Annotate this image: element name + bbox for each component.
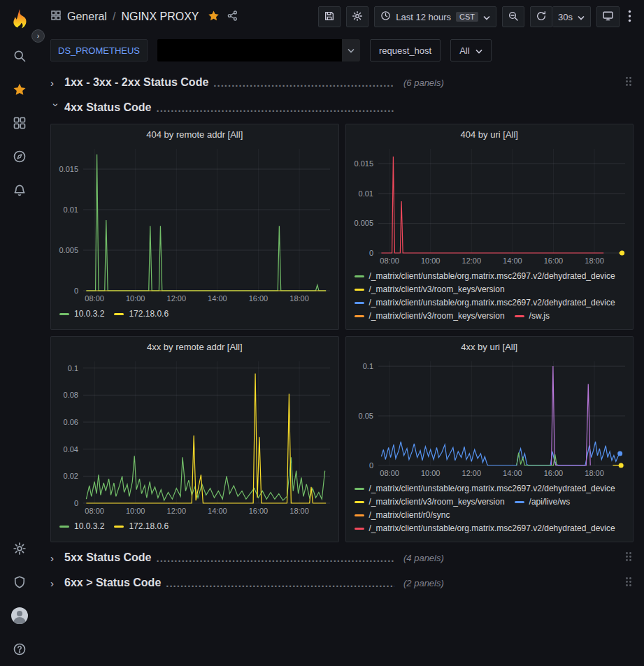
- legend-swatch: [355, 315, 364, 317]
- breadcrumb-separator: /: [113, 10, 115, 23]
- legend-item[interactable]: /api/live/ws: [515, 495, 571, 509]
- legend-item[interactable]: 172.18.0.6: [114, 307, 169, 321]
- save-icon: [324, 10, 335, 24]
- drag-handle[interactable]: [624, 575, 634, 591]
- breadcrumb-section[interactable]: General: [67, 10, 107, 23]
- monitor-icon: [602, 10, 614, 24]
- panel-404-by-uri: 404 by uri [All] 00.0050.010.01508:0010:…: [345, 124, 634, 330]
- row-leader-dots: ........................................…: [213, 77, 394, 89]
- tv-mode-button[interactable]: [596, 6, 620, 27]
- panel-title[interactable]: 404 by uri [All]: [346, 124, 634, 142]
- timeseries-chart[interactable]: 00.050.108:0010:0012:0014:0016:0018:00: [346, 354, 634, 481]
- svg-text:16:00: 16:00: [543, 469, 563, 477]
- chevron-right-icon: ›: [50, 77, 64, 89]
- legend-item[interactable]: 172.18.0.6: [114, 520, 169, 533]
- kebab-menu-icon[interactable]: [625, 10, 634, 24]
- row-1xx-3xx-2xx[interactable]: › 1xx - 3xx - 2xx Status Code ..........…: [50, 73, 634, 92]
- panel-title[interactable]: 4xx by remote addr [All]: [51, 337, 338, 354]
- legend-item[interactable]: /_matrix/client/v3/room_keys/version: [355, 310, 505, 323]
- legend-label: 172.18.0.6: [129, 307, 169, 321]
- legend-item[interactable]: /_matrix/client/r0/sync: [355, 509, 450, 522]
- legend-item[interactable]: /_matrix/client/unstable/org.matrix.msc2…: [355, 482, 615, 495]
- row-leader-dots: ........................................…: [156, 552, 394, 564]
- legend-swatch: [355, 488, 364, 490]
- svg-text:18:00: 18:00: [585, 469, 604, 477]
- row-4xx[interactable]: › 4xx Status Code ......................…: [50, 98, 634, 117]
- drag-handle[interactable]: [624, 75, 634, 90]
- svg-text:10:00: 10:00: [126, 507, 145, 515]
- svg-text:10:00: 10:00: [420, 469, 440, 477]
- legend-item[interactable]: /_matrix/client/v3/room_keys/version: [355, 283, 505, 296]
- sidebar-item-alerting[interactable]: [0, 173, 39, 207]
- request-host-label: request_host: [370, 39, 441, 61]
- svg-text:18:00: 18:00: [585, 256, 604, 265]
- avatar: [10, 607, 29, 625]
- svg-text:12:00: 12:00: [461, 256, 481, 265]
- main-area: General / NGINX PROXY: [39, 0, 644, 666]
- legend-swatch: [515, 501, 524, 503]
- panel-title[interactable]: 404 by remote addr [All]: [51, 124, 338, 142]
- legend-item[interactable]: /sw.js: [515, 310, 550, 323]
- legend-swatch: [114, 526, 124, 528]
- drag-handle[interactable]: [624, 550, 634, 565]
- dashboard-settings-button[interactable]: [346, 6, 368, 27]
- legend-item[interactable]: /_matrix/client/unstable/org.matrix.msc2…: [355, 522, 615, 535]
- legend-item[interactable]: 10.0.3.2: [59, 520, 104, 533]
- legend-label: 172.18.0.6: [129, 520, 169, 533]
- svg-text:08:00: 08:00: [85, 294, 104, 303]
- chevron-right-icon: ›: [50, 577, 64, 589]
- sidebar-item-starred[interactable]: [0, 73, 39, 106]
- shield-icon: [13, 575, 27, 589]
- request-host-select[interactable]: All: [450, 39, 491, 61]
- panel-title[interactable]: 4xx by uri [All]: [346, 337, 634, 354]
- legend: 10.0.3.2172.18.0.6: [51, 306, 338, 324]
- sidebar-item-explore[interactable]: [0, 140, 39, 173]
- chevron-down-icon: [578, 12, 585, 22]
- svg-text:12:00: 12:00: [167, 507, 187, 515]
- row-5xx[interactable]: › 5xx Status Code ......................…: [50, 548, 634, 567]
- legend-item[interactable]: /_matrix/client/unstable/org.matrix.msc2…: [355, 270, 615, 283]
- svg-text:0.08: 0.08: [64, 391, 78, 399]
- chevron-down-icon: [475, 45, 482, 56]
- dashboards-grid-icon: [50, 10, 62, 24]
- legend-item[interactable]: /_matrix/client/v3/room_keys/version: [355, 495, 505, 509]
- settings-gear-icon: [352, 10, 363, 24]
- row-title: 6xx > Status Code: [64, 577, 161, 589]
- svg-text:0: 0: [368, 249, 373, 257]
- timeseries-chart[interactable]: 00.0050.010.01508:0010:0012:0014:0016:00…: [51, 142, 338, 306]
- sidebar-item-server-admin[interactable]: [0, 565, 39, 599]
- legend-item[interactable]: /_matrix/client/unstable/org.matrix.msc2…: [355, 296, 615, 310]
- svg-text:14:00: 14:00: [208, 507, 227, 515]
- svg-text:14:00: 14:00: [503, 256, 522, 265]
- legend: /_matrix/client/unstable/org.matrix.msc2…: [346, 268, 634, 326]
- row-6xx[interactable]: › 6xx > Status Code ....................…: [50, 573, 634, 593]
- compass-icon: [13, 150, 27, 164]
- svg-text:16:00: 16:00: [543, 256, 563, 265]
- sidebar-item-profile[interactable]: [0, 599, 39, 632]
- help-icon: [13, 642, 27, 656]
- zoom-out-button[interactable]: [502, 6, 524, 27]
- sidebar-item-help[interactable]: [0, 632, 39, 666]
- refresh-button[interactable]: [530, 6, 552, 27]
- panels-grid: 404 by remote addr [All] 00.0050.010.015…: [50, 124, 634, 542]
- refresh-interval-select[interactable]: 30s: [552, 6, 591, 27]
- sidebar-item-configuration[interactable]: [0, 532, 39, 565]
- save-dashboard-button[interactable]: [318, 6, 341, 27]
- svg-text:08:00: 08:00: [380, 256, 399, 265]
- row-leader-dots: ........................................…: [166, 577, 394, 589]
- datasource-variable-select[interactable]: [157, 39, 360, 61]
- legend-item[interactable]: 10.0.3.2: [59, 307, 104, 321]
- share-icon[interactable]: [227, 10, 238, 24]
- zoom-out-icon: [508, 10, 519, 24]
- timeseries-chart[interactable]: 00.0050.010.01508:0010:0012:0014:0016:00…: [346, 142, 634, 268]
- sidebar-expand-button[interactable]: ›: [31, 29, 45, 43]
- sidebar-item-search[interactable]: [0, 39, 39, 73]
- favorite-star-icon[interactable]: [208, 10, 220, 24]
- svg-text:0.05: 0.05: [358, 412, 373, 420]
- svg-text:0.01: 0.01: [64, 205, 78, 214]
- time-range-picker[interactable]: Last 12 hours CST: [374, 6, 496, 27]
- timeseries-chart[interactable]: 00.020.040.060.080.108:0010:0012:0014:00…: [51, 354, 338, 519]
- sidebar-item-dashboards[interactable]: [0, 106, 39, 140]
- datasource-variable-label[interactable]: DS_PROMETHEUS: [50, 39, 148, 61]
- svg-text:08:00: 08:00: [85, 507, 104, 515]
